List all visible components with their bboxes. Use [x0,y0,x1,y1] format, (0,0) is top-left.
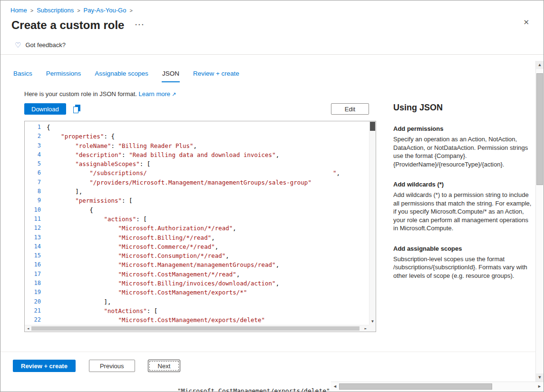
footer-divider [0,352,536,352]
window-vertical-scrollbar-thumb[interactable] [536,73,543,185]
external-link-icon: ↗ [172,91,176,97]
code-line[interactable]: 7 "/providers/Microsoft.Management/manag… [25,178,369,187]
code-line[interactable]: 18 "Microsoft.Billing/invoices/download/… [25,279,369,288]
copy-button[interactable] [71,103,82,115]
code-line[interactable]: 11 "actions": [ [25,215,369,224]
code-line[interactable]: 3 "roleName": "Billing Reader Plus", [25,141,369,150]
clipped-code-fragment: "Microsoft.CostManagement/exports/delete… [177,387,330,392]
line-number: 11 [25,215,47,224]
line-number: 12 [25,224,47,233]
page-title: Create a custom role [11,19,124,32]
window-horizontal-scrollbar[interactable]: ◄ ► [331,382,544,391]
code-line[interactable]: 1{ [25,123,369,132]
line-number: 1 [25,123,47,132]
line-number: 5 [25,159,47,168]
code-line[interactable]: 13 "Microsoft.Billing/*/read", [25,233,369,242]
learn-more-link[interactable]: Learn more↗ [139,90,176,98]
line-number: 16 [25,260,47,269]
editor-horizontal-scrollbar-thumb[interactable] [31,326,359,331]
tab-basics[interactable]: Basics [13,70,33,82]
help-section-heading: Add assignable scopes [393,245,532,252]
subtitle-text: Here is your custom role in JSON format. [24,90,137,98]
line-number: 6 [25,168,47,177]
code-line[interactable]: 2 "properties": { [25,132,369,141]
more-actions-icon[interactable]: ··· [135,20,145,29]
code-line[interactable]: 5 "assignableScopes": [ [25,159,369,168]
code-line[interactable]: 10 { [25,206,369,215]
code-line[interactable]: 20 ], [25,297,369,306]
code-text: "Microsoft.Authorization/*/read", [47,224,236,233]
line-number: 3 [25,141,47,150]
code-line[interactable]: 21 "notActions": [ [25,306,369,315]
code-line[interactable]: 17 "Microsoft.CostManagement/*/read", [25,270,369,279]
code-text: ], [47,187,82,196]
next-button[interactable]: Next [148,360,181,372]
line-number: 8 [25,187,47,196]
code-text: ], [47,297,111,306]
header-divider [0,54,544,55]
code-line[interactable]: 14 "Microsoft.Commerce/*/read", [25,242,369,251]
tab-json[interactable]: JSON [162,70,180,82]
window-scroll-down-icon[interactable]: ▼ [536,373,544,382]
code-line[interactable]: 4 "description": "Read billing data and … [25,150,369,159]
editor-horizontal-scrollbar[interactable]: ◄ ► [25,325,369,332]
got-feedback-label: Got feedback? [25,41,66,49]
code-line[interactable]: 6 "/subscriptions/ ", [25,168,369,177]
code-text: "Microsoft.Commerce/*/read", [47,242,218,251]
code-text: "Microsoft.CostManagement/exports/*" [47,288,247,297]
help-section: Add permissionsSpecify an operation as a… [393,125,532,168]
window-scroll-left-icon[interactable]: ◄ [331,384,339,389]
breadcrumb-link[interactable]: Home [10,7,27,14]
editor-scroll-left-icon[interactable]: ◄ [25,326,31,331]
editor-vertical-scrollbar[interactable]: ▼ [369,121,376,325]
line-number: 17 [25,270,47,279]
code-line[interactable]: 8 ], [25,187,369,196]
window-scroll-right-icon[interactable]: ► [535,384,544,389]
close-icon[interactable]: ✕ [523,18,529,27]
subtitle: Here is your custom role in JSON format.… [24,90,376,98]
code-line[interactable]: 16 "Microsoft.Management/managementGroup… [25,260,369,269]
breadcrumb-link[interactable]: Subscriptions [37,7,74,14]
help-section: Add wildcards (*)Add wildcards (*) to a … [393,181,532,233]
window-vertical-scrollbar[interactable]: ▲ ▼ [535,61,544,382]
editor-toolbar: Download Edit [24,103,369,115]
tab-permissions[interactable]: Permissions [46,70,82,82]
code-text: "Microsoft.Management/managementGroups/r… [47,260,279,269]
line-number: 9 [25,196,47,205]
code-line[interactable]: 22 "Microsoft.CostManagement/exports/del… [25,315,369,324]
side-panel-sections: Add permissionsSpecify an operation as a… [393,125,532,280]
editor-scroll-down-icon[interactable]: ▼ [369,318,376,324]
line-number: 19 [25,288,47,297]
tab-assignable-scopes[interactable]: Assignable scopes [94,70,149,82]
breadcrumb-link[interactable]: Pay-As-You-Go [84,7,126,14]
editor-scroll-right-icon[interactable]: ► [362,326,369,331]
code-line[interactable]: 9 "permissions": [ [25,196,369,205]
code-text: { [47,123,50,132]
download-button[interactable]: Download [24,103,66,115]
window-horizontal-scrollbar-thumb[interactable] [339,383,492,390]
line-number: 21 [25,306,47,315]
code-line[interactable]: 15 "Microsoft.Consumption/*/read", [25,251,369,260]
edit-button[interactable]: Edit [331,103,369,115]
breadcrumb-separator-icon: > [77,8,80,13]
help-section-body: Add wildcards (*) to a permission string… [393,191,532,233]
code-text: "assignableScopes": [ [47,159,150,168]
content-row: Here is your custom role in JSON format.… [0,90,544,332]
create-custom-role-page: Home>Subscriptions>Pay-As-You-Go> Create… [0,0,544,392]
code-line[interactable]: 19 "Microsoft.CostManagement/exports/*" [25,288,369,297]
help-section-body: Subscription-level scopes use the format… [393,255,532,280]
tab-review-create[interactable]: Review + create [193,70,240,82]
code-text: "/providers/Microsoft.Management/managem… [47,178,311,187]
json-editor[interactable]: 1{2 "properties": {3 "roleName": "Billin… [24,121,376,332]
help-section-heading: Add wildcards (*) [393,181,532,188]
line-number: 13 [25,233,47,242]
window-scroll-up-icon[interactable]: ▲ [536,61,544,69]
code-line[interactable]: 12 "Microsoft.Authorization/*/read", [25,224,369,233]
review-create-button[interactable]: Review + create [13,360,76,372]
previous-button[interactable]: Previous [89,360,135,372]
editor-vertical-scrollbar-thumb[interactable] [370,122,375,131]
got-feedback-button[interactable]: ♡ Got feedback? [15,41,86,49]
code-text: "Microsoft.Billing/invoices/download/act… [47,279,279,288]
line-number: 15 [25,251,47,260]
code-text: "Microsoft.Billing/*/read", [47,233,215,242]
